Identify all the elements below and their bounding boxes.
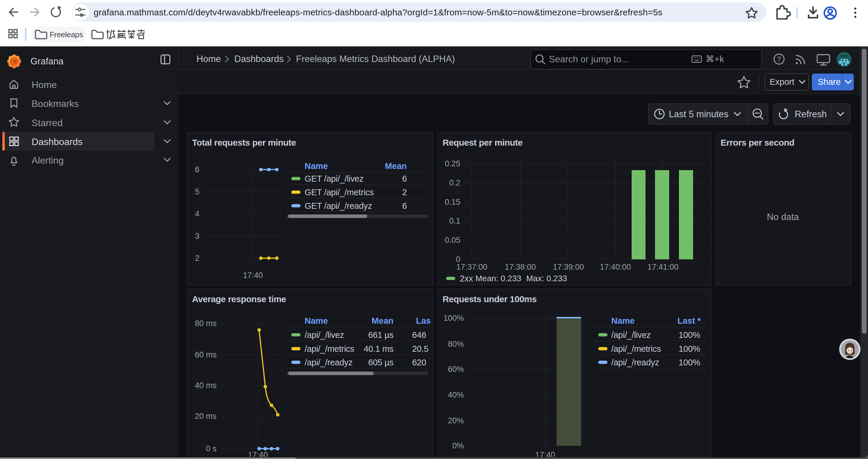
svg-text:GET /api/_/readyz: GET /api/_/readyz [305, 201, 372, 210]
svg-text:17:37:00: 17:37:00 [456, 263, 487, 271]
svg-text:Total requests per minute: Total requests per minute [192, 138, 296, 147]
svg-text:17:39:00: 17:39:00 [553, 263, 584, 271]
svg-text:0.05: 0.05 [445, 236, 460, 244]
svg-text:60%: 60% [448, 365, 464, 374]
svg-text:661 µs: 661 µs [368, 330, 394, 340]
svg-text:/api/_/livez: /api/_/livez [611, 330, 651, 340]
svg-text:/api/_/metrics: /api/_/metrics [611, 344, 661, 354]
svg-text:Name: Name [611, 316, 634, 326]
svg-text:17:40: 17:40 [535, 451, 555, 457]
svg-text:Request per minute: Request per minute [442, 138, 523, 147]
svg-text:40%: 40% [448, 391, 464, 399]
svg-text:100%: 100% [679, 330, 700, 340]
svg-text:620: 620 [412, 358, 426, 367]
svg-text:Last 5 minutes: Last 5 minutes [669, 109, 728, 119]
svg-text:3: 3 [195, 232, 199, 240]
svg-text:17:40:00: 17:40:00 [600, 263, 631, 271]
svg-text:Refresh: Refresh [795, 109, 827, 119]
svg-text:20%: 20% [448, 416, 464, 425]
svg-text:6: 6 [402, 174, 407, 184]
svg-text:/api/_/readyz: /api/_/readyz [305, 358, 352, 367]
svg-text:Requests under 100ms: Requests under 100ms [442, 294, 536, 304]
svg-text:100%: 100% [679, 358, 700, 367]
svg-text:6: 6 [195, 165, 199, 174]
svg-text:Export: Export [770, 77, 795, 87]
svg-text:Name: Name [305, 161, 328, 171]
svg-text:Mean: Mean [372, 316, 394, 326]
svg-text:0.15: 0.15 [445, 198, 460, 206]
svg-text:/api/_/readyz: /api/_/readyz [611, 358, 659, 367]
svg-text:5: 5 [195, 187, 199, 196]
svg-text:100%: 100% [443, 314, 464, 323]
svg-text:80%: 80% [448, 340, 464, 349]
svg-text:100%: 100% [679, 344, 700, 354]
svg-text:Share: Share [818, 77, 840, 87]
svg-text:0.2: 0.2 [449, 178, 460, 187]
svg-text:2: 2 [195, 254, 199, 263]
svg-text:40.1 ms: 40.1 ms [364, 344, 394, 354]
svg-text:Mean: Mean [385, 161, 407, 171]
svg-text:⌘+k: ⌘+k [706, 54, 724, 64]
svg-text:17:40: 17:40 [243, 271, 263, 280]
svg-text:Last *: Last * [677, 316, 701, 326]
svg-text:Max: 0.233: Max: 0.233 [526, 274, 567, 283]
svg-text:Mean: 0.233: Mean: 0.233 [475, 274, 522, 283]
svg-text:0.1: 0.1 [449, 217, 460, 225]
svg-text:Errors per second: Errors per second [720, 138, 795, 147]
svg-text:20.5 r: 20.5 r [412, 344, 431, 354]
svg-text:646: 646 [412, 330, 426, 340]
svg-text:/api/_/metrics: /api/_/metrics [305, 344, 354, 354]
svg-text:20 ms: 20 ms [195, 412, 217, 421]
svg-text:605 µs: 605 µs [368, 358, 394, 367]
svg-text:17:38:00: 17:38:00 [505, 263, 536, 271]
svg-text:/api/_/livez: /api/_/livez [305, 330, 344, 340]
svg-text:GET /api/_/metrics: GET /api/_/metrics [305, 188, 374, 197]
svg-text:0.25: 0.25 [445, 159, 460, 168]
svg-text:0%: 0% [452, 441, 464, 450]
svg-text:Search or jump to...: Search or jump to... [549, 54, 629, 64]
svg-text:Average response time: Average response time [192, 294, 286, 304]
svg-text:Grafana: Grafana [30, 56, 64, 66]
svg-text:GET /api/_/livez: GET /api/_/livez [305, 174, 363, 184]
svg-text:Freeleaps Metrics Dashboard (A: Freeleaps Metrics Dashboard (ALPHA) [296, 54, 455, 64]
svg-text:Home: Home [196, 54, 221, 64]
svg-text:17:41:00: 17:41:00 [647, 263, 678, 271]
svg-text:Dashboards: Dashboards [234, 54, 284, 64]
svg-text:Las: Las [416, 316, 431, 326]
svg-text:2: 2 [402, 188, 407, 197]
svg-text:?: ? [777, 55, 781, 63]
svg-text:60 ms: 60 ms [195, 350, 217, 359]
svg-text:No data: No data [767, 212, 799, 222]
svg-text:80 ms: 80 ms [195, 319, 217, 328]
svg-text:0 s: 0 s [206, 444, 217, 453]
svg-text:6: 6 [402, 201, 407, 210]
svg-text:2xx: 2xx [460, 274, 473, 283]
svg-text:17:40: 17:40 [248, 451, 268, 457]
svg-text:40 ms: 40 ms [195, 381, 217, 390]
svg-text:4: 4 [195, 209, 199, 218]
svg-text:Name: Name [305, 316, 328, 326]
